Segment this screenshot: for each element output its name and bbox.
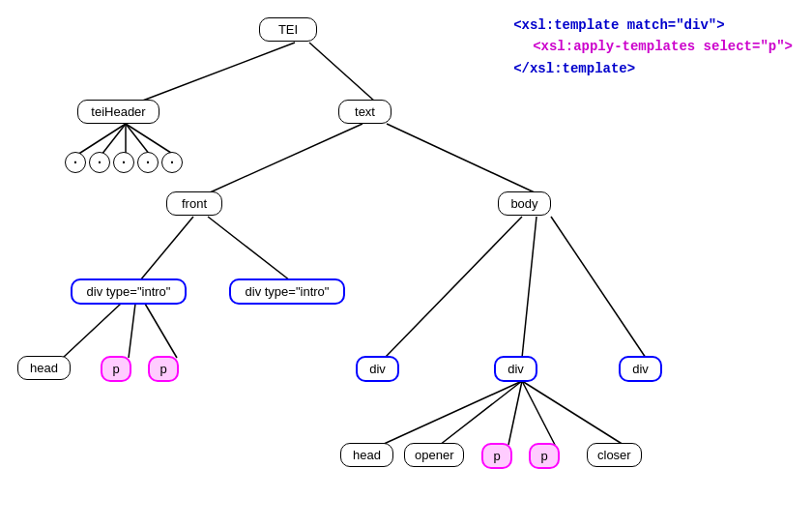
svg-line-18: [440, 381, 522, 445]
svg-line-5: [126, 124, 150, 155]
svg-line-9: [140, 217, 193, 280]
svg-line-20: [522, 381, 555, 445]
node-p1: p: [101, 356, 131, 382]
dot1: ·: [65, 152, 86, 173]
diagram-container: <xsl:template match="div"> <xsl:apply-te…: [0, 0, 812, 527]
svg-line-10: [208, 217, 290, 280]
svg-line-0: [140, 43, 295, 102]
node-head1: head: [17, 356, 71, 380]
node-front: front: [166, 191, 222, 216]
node-closer: closer: [587, 443, 642, 467]
svg-line-19: [508, 381, 522, 445]
node-div-intro2: div type="intro": [229, 278, 345, 305]
node-div2: div: [494, 356, 537, 382]
node-teiheader: teiHeader: [77, 100, 160, 124]
dot5: ·: [161, 152, 183, 173]
node-head2: head: [340, 443, 393, 467]
node-body: body: [498, 191, 551, 216]
svg-line-14: [385, 217, 522, 358]
dot2: ·: [89, 152, 110, 173]
svg-line-6: [126, 124, 174, 155]
node-div3: div: [619, 356, 662, 382]
svg-line-3: [102, 124, 126, 155]
xsl-line1: <xsl:template match="div">: [513, 15, 793, 36]
node-text: text: [338, 100, 392, 124]
svg-line-13: [145, 304, 177, 358]
dot4: ·: [137, 152, 159, 173]
svg-line-1: [309, 43, 375, 102]
svg-line-7: [208, 124, 362, 193]
svg-line-11: [63, 304, 121, 358]
svg-line-15: [522, 217, 536, 358]
dot3: ·: [113, 152, 134, 173]
node-div-intro1: div type="intro": [71, 278, 187, 305]
svg-line-8: [387, 124, 536, 193]
node-p3: p: [481, 443, 512, 469]
node-tei: TEI: [259, 17, 317, 42]
node-div1: div: [356, 356, 399, 382]
svg-line-17: [382, 381, 522, 445]
xsl-code-block: <xsl:template match="div"> <xsl:apply-te…: [513, 15, 793, 79]
xsl-line2: <xsl:apply-templates select="p">: [533, 36, 793, 57]
node-p4: p: [529, 443, 560, 469]
svg-line-12: [129, 304, 135, 358]
xsl-line3: </xsl:template>: [513, 58, 793, 79]
node-opener: opener: [404, 443, 464, 467]
svg-line-16: [551, 217, 646, 358]
node-p2: p: [148, 356, 179, 382]
svg-line-21: [522, 381, 624, 445]
svg-line-2: [77, 124, 126, 155]
